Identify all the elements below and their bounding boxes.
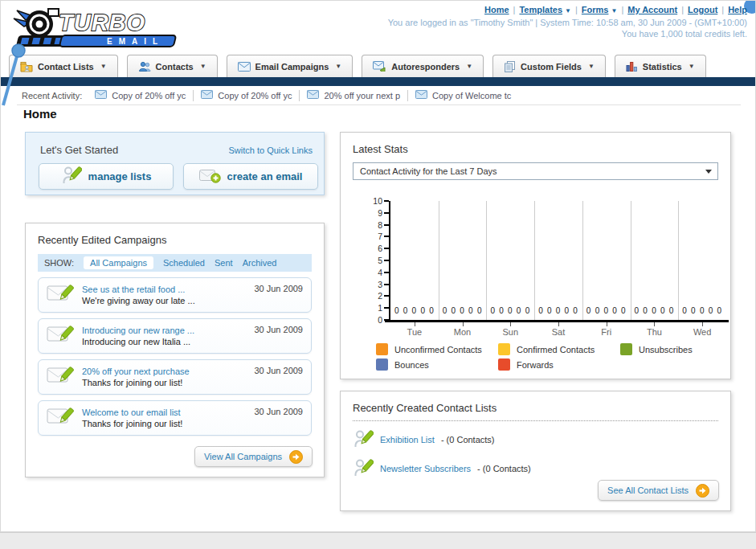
- campaign-subtitle: We're giving away our late ...: [82, 295, 195, 306]
- bar-value-label: 0: [517, 306, 521, 315]
- chevron-down-icon: ▼: [565, 7, 571, 14]
- chevron-down-icon: ▼: [335, 63, 341, 70]
- y-tick: [384, 212, 389, 214]
- campaign-row[interactable]: Welcome to our email listThanks for join…: [38, 400, 312, 436]
- bar-value-label: 0: [525, 306, 530, 315]
- filter-all-campaigns[interactable]: All Campaigns: [84, 256, 153, 269]
- legend-swatch-icon: [376, 358, 388, 371]
- legend-label: Unsubscribes: [639, 345, 693, 354]
- top-nav-links: Home|Templates▼|Forms▼|My Account|Logout…: [388, 5, 747, 14]
- bar-value-label: 0: [717, 306, 721, 315]
- chart-gridline: [631, 201, 631, 320]
- filter-sent[interactable]: Sent: [215, 258, 233, 268]
- tab-autoresponders[interactable]: Autoresponders▼: [362, 55, 484, 77]
- logo-text-turbo: TURBO: [59, 10, 145, 35]
- email-campaigns-icon: [238, 62, 251, 72]
- y-tick-label: 5: [366, 256, 382, 265]
- y-tick: [384, 200, 389, 202]
- y-tick: [384, 272, 389, 273]
- y-tick: [384, 295, 389, 297]
- latest-stats-title: Latest Stats: [353, 143, 718, 155]
- y-tick-label: 6: [366, 244, 382, 253]
- bar-value-label: 0: [691, 306, 696, 315]
- chevron-down-icon: ▼: [611, 7, 617, 14]
- x-tick: [558, 322, 559, 326]
- bar-value-label: 0: [538, 306, 543, 315]
- recent-activity-item[interactable]: Copy of 20% off yc: [95, 90, 186, 100]
- campaign-text: 20% off your next purchaseThanks for joi…: [82, 366, 190, 388]
- filter-archived[interactable]: Archived: [243, 258, 277, 268]
- activity-item-label: Copy of 20% off yc: [112, 91, 186, 100]
- filter-scheduled[interactable]: Scheduled: [163, 258, 205, 268]
- annotation-pin-icon: [1, 33, 35, 113]
- see-all-contact-lists-button[interactable]: See All Contact Lists: [598, 480, 719, 501]
- activity-item-label: Copy of 20% off yc: [218, 91, 292, 100]
- top-link-home[interactable]: Home: [484, 5, 509, 14]
- contact-list-row: Newsletter Subscribers- (0 Contacts): [353, 458, 718, 479]
- envelope-icon: [95, 90, 107, 100]
- arrow-circle-icon: [696, 484, 709, 498]
- recent-activity-item[interactable]: Copy of Welcome tc: [415, 90, 511, 100]
- tab-contacts[interactable]: Contacts▼: [127, 55, 218, 77]
- campaign-title-link[interactable]: 20% off your next purchase: [82, 366, 190, 377]
- legend-label: Confirmed Contacts: [517, 345, 595, 354]
- tab-statistics[interactable]: Statistics▼: [615, 55, 706, 77]
- create-email-button[interactable]: create an email: [183, 163, 318, 190]
- contact-list-link[interactable]: Newsletter Subscribers: [380, 464, 471, 473]
- legend-swatch-icon: [376, 343, 388, 355]
- chevron-down-icon: ▼: [100, 63, 107, 70]
- view-all-campaigns-button[interactable]: View All Campaigns: [194, 446, 313, 467]
- tab-label: Contact Lists: [38, 62, 94, 72]
- top-link-forms[interactable]: Forms: [582, 5, 609, 14]
- contact-list-link[interactable]: Exhibition List: [380, 435, 435, 445]
- tab-label: Contacts: [156, 62, 194, 72]
- manage-lists-button[interactable]: manage lists: [39, 163, 174, 190]
- legend-confirmed-contacts: Confirmed Contacts: [498, 343, 595, 355]
- top-link-logout[interactable]: Logout: [688, 5, 717, 14]
- view-all-campaigns-label: View All Campaigns: [204, 452, 282, 461]
- y-tick: [384, 224, 389, 226]
- campaign-row[interactable]: See us at the retail food ...We're givin…: [38, 277, 312, 313]
- y-tick: [384, 260, 389, 261]
- recent-activity-item[interactable]: 20% off your next p: [307, 90, 400, 100]
- campaign-title-link[interactable]: Welcome to our email list: [82, 407, 182, 418]
- chart-gridline: [582, 201, 583, 320]
- contact-list-row: Exhibition List- (0 Contacts): [353, 429, 718, 450]
- bar-value-label: 0: [635, 306, 640, 315]
- campaign-list: See us at the retail food ...We're givin…: [38, 277, 312, 436]
- tab-label: Email Campaigns: [255, 62, 329, 72]
- top-link-help[interactable]: Help: [728, 5, 747, 14]
- chevron-down-icon: ▼: [466, 63, 472, 70]
- top-link-templates[interactable]: Templates: [519, 5, 562, 14]
- y-tick-label: 2: [366, 291, 382, 301]
- campaign-row[interactable]: 20% off your next purchaseThanks for joi…: [38, 359, 312, 395]
- top-link-my-account[interactable]: My Account: [627, 5, 677, 14]
- switch-quick-links-link[interactable]: Switch to Quick Links: [228, 145, 313, 155]
- tab-email-campaigns[interactable]: Email Campaigns▼: [227, 55, 353, 77]
- link-separator: |: [681, 5, 684, 14]
- header-right: Home|Templates▼|Forms▼|My Account|Logout…: [388, 5, 747, 39]
- activity-item-label: Copy of Welcome tc: [432, 91, 511, 100]
- credits-text: You have 1,000 total credits left.: [388, 29, 747, 39]
- y-tick-label: 4: [366, 268, 382, 277]
- y-tick: [384, 307, 389, 309]
- campaign-text: Welcome to our email listThanks for join…: [82, 407, 182, 429]
- bar-value-label: 0: [660, 306, 665, 315]
- bar-value-label: 0: [603, 306, 608, 315]
- activity-divider: [407, 90, 408, 101]
- stats-period-select[interactable]: Contact Activity for the Last 7 Days: [353, 162, 718, 180]
- x-tick: [510, 322, 511, 326]
- bar-value-label: 0: [709, 306, 713, 315]
- legend-forwards: Forwards: [498, 358, 554, 371]
- recent-activity-items: Copy of 20% off ycCopy of 20% off yc20% …: [95, 90, 511, 101]
- campaign-row[interactable]: Introducing our new range ...Introducing…: [38, 318, 312, 354]
- campaign-title-link[interactable]: See us at the retail food ...: [82, 284, 195, 295]
- x-tick: [607, 322, 607, 326]
- campaign-title-link[interactable]: Introducing our new range ...: [82, 325, 194, 336]
- see-all-contact-lists-label: See All Contact Lists: [607, 485, 689, 495]
- tab-custom-fields[interactable]: Custom Fields▼: [492, 55, 606, 77]
- chevron-down-icon: ▼: [588, 63, 595, 70]
- y-tick-label: 9: [366, 208, 382, 218]
- recent-activity-item[interactable]: Copy of 20% off yc: [201, 90, 292, 100]
- bar-value-label: 0: [443, 306, 447, 315]
